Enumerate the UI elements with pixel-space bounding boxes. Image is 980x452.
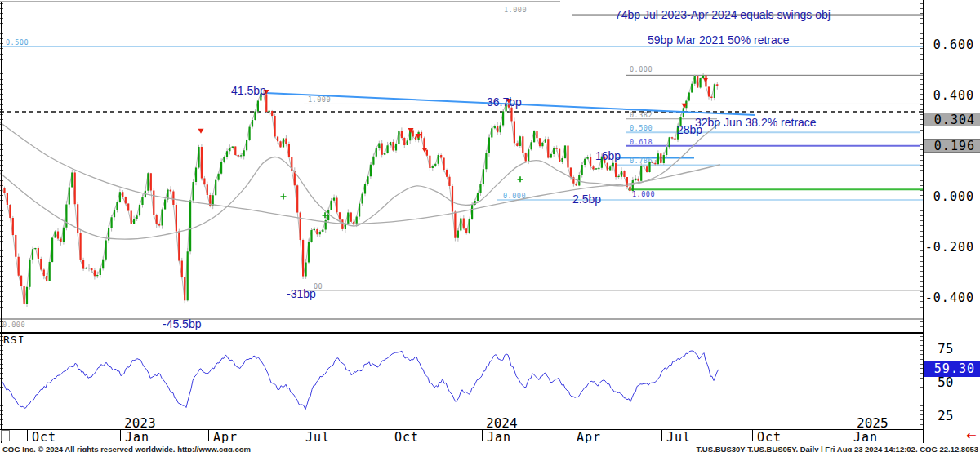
price-axis-label--0.400: -0.400 [924,290,974,305]
rsi-value-badge: 59.30 [924,361,980,377]
annotation-2: 41.5bp [231,84,266,97]
price-axis-label-0.600: 0.600 [924,38,974,52]
sell-arrow-marker-7 [703,78,709,82]
status-bar: CQG Inc. © 2024 All rights reserved worl… [0,443,980,452]
price-axis-label-0.000: 0.000 [924,189,974,204]
rsi-axis-label-25: 25 [938,408,953,423]
annotation-8: -31bp [287,287,316,300]
time-axis-year-2025: 2025 [857,415,889,431]
axis-minor-ticks [0,3,923,424]
fib-label-2: 0.000 [630,65,653,73]
annotation-0: 74bp Jul 2023-Apr 2024 equals swings obj [615,8,831,21]
fib-label-3: 1.000 [308,95,331,104]
annotation-3: 36.7bp [487,95,522,109]
annotation-5: 28bp [677,123,702,136]
fib-label-1: 0.500 [6,38,29,47]
buy-plus-marker-0 [281,193,287,199]
fib-label-5: 0.500 [630,124,653,132]
fib-label-8: 1.000 [632,190,655,198]
price-axis-label-0.400: 0.400 [924,88,974,103]
fib-label-11: 0.000 [2,321,25,329]
rsi-label: RSI [3,334,24,346]
fib-label-0: 1.000 [504,6,527,14]
symbol-status-text: T.US.BUS30Y-T.US.BUS05Y, Daily | Fri Aug… [696,445,978,452]
chart-canvas[interactable]: 1.0000.5000.0001.0000.3820.5000.6180.786… [0,0,980,452]
price-axis-label--0.200: -0.200 [924,240,974,255]
annotation-7: 2.5bp [572,193,601,206]
buy-plus-marker-2 [518,176,523,182]
sell-arrow-marker-0 [198,129,204,134]
rsi-line [2,351,719,410]
timeline-corner-box[interactable] [1,430,10,441]
rsi-axis-label-75: 75 [938,341,953,357]
price-badge-0196: 0.196 [924,139,980,153]
month-dividers [27,430,849,441]
fib-label-6: 0.618 [630,138,653,146]
ma-fast-line [0,122,720,239]
annotation-1: 59bp Mar 2021 50% retrace [648,33,790,47]
price-close-connector [2,75,717,304]
time-axis-year-2024: 2024 [486,415,518,431]
annotation-6: 16bp [595,149,621,162]
copyright-text: CQG Inc. © 2024 All rights reserved worl… [2,445,251,452]
scroll-back-arrow[interactable]: ← [966,428,977,443]
annotation-4: 32bp Jun 38.2% retrace [695,116,817,129]
price-badge-0304: 0.304 [924,113,980,126]
candles-down[interactable] [2,75,717,304]
fib-label-4: 0.382 [630,111,653,119]
annotation-9: -45.5bp [163,317,201,330]
time-axis-year-2023: 2023 [124,415,156,431]
cqg-chart-window: 1.0000.5000.0001.0000.3820.5000.6180.786… [0,0,980,452]
